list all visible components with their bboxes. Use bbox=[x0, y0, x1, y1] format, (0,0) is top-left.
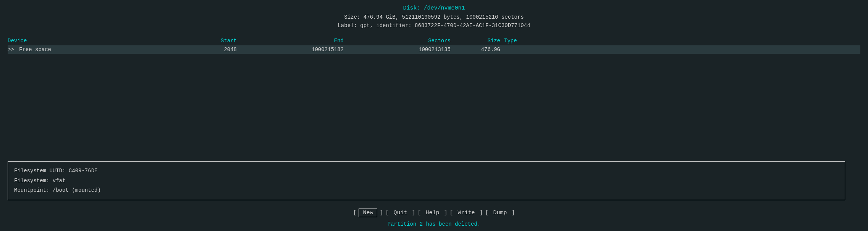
table-header: Device Start End Sectors Size Type bbox=[8, 36, 860, 45]
info-box: Filesystem UUID: C409-76DE Filesystem: v… bbox=[8, 161, 845, 200]
bracket-close-new: ] bbox=[380, 210, 383, 216]
col-header-start: Start bbox=[137, 38, 244, 44]
bracket-close-quit: ] bbox=[412, 210, 415, 216]
bracket-open-help: [ bbox=[417, 210, 421, 216]
col-header-end: End bbox=[244, 38, 351, 44]
bracket-open-quit: [ bbox=[385, 210, 389, 216]
spacer bbox=[8, 54, 860, 158]
write-button[interactable]: Write bbox=[456, 209, 477, 217]
disk-title: Disk: /dev/nvme0n1 bbox=[8, 4, 860, 13]
info-mountpoint: Mountpoint: /boot (mounted) bbox=[14, 186, 839, 195]
col-header-type: Type bbox=[504, 38, 542, 44]
quit-button[interactable]: Quit bbox=[391, 209, 409, 217]
row-device: Free space bbox=[19, 47, 137, 53]
bracket-close-write: ] bbox=[480, 210, 483, 216]
row-size: 476.9G bbox=[458, 47, 504, 53]
bracket-close-dump: ] bbox=[512, 210, 515, 216]
row-start: 2048 bbox=[137, 47, 244, 53]
disk-label-line: Label: gpt, identifier: 8683722F-470D-42… bbox=[8, 21, 860, 30]
table-row[interactable]: >> Free space 2048 1000215182 1000213135… bbox=[8, 45, 860, 54]
disk-size-line: Size: 476.94 GiB, 512110190592 bytes, 10… bbox=[8, 13, 860, 21]
info-filesystem: Filesystem: vfat bbox=[14, 176, 839, 186]
disk-header: Disk: /dev/nvme0n1 Size: 476.94 GiB, 512… bbox=[8, 4, 860, 30]
bracket-open-write: [ bbox=[450, 210, 453, 216]
info-uuid: Filesystem UUID: C409-76DE bbox=[14, 166, 839, 176]
bracket-open-new: [ bbox=[353, 210, 356, 216]
row-indicator: >> bbox=[8, 47, 19, 53]
main-container: Disk: /dev/nvme0n1 Size: 476.94 GiB, 512… bbox=[0, 0, 868, 231]
dump-button[interactable]: Dump bbox=[491, 209, 509, 217]
row-end: 1000215182 bbox=[244, 47, 351, 53]
button-row: [ New ] [ Quit ] [ Help ] [ Write ] [ Du… bbox=[8, 209, 860, 217]
status-message: Partition 2 has been deleted. bbox=[8, 221, 860, 227]
col-header-size: Size bbox=[458, 38, 504, 44]
bracket-close-help: ] bbox=[444, 210, 448, 216]
new-button[interactable]: New bbox=[359, 209, 377, 217]
col-header-sectors: Sectors bbox=[351, 38, 458, 44]
col-header-device: Device bbox=[8, 38, 137, 44]
bracket-open-dump: [ bbox=[485, 210, 489, 216]
row-sectors: 1000213135 bbox=[351, 47, 458, 53]
help-button[interactable]: Help bbox=[423, 209, 441, 217]
